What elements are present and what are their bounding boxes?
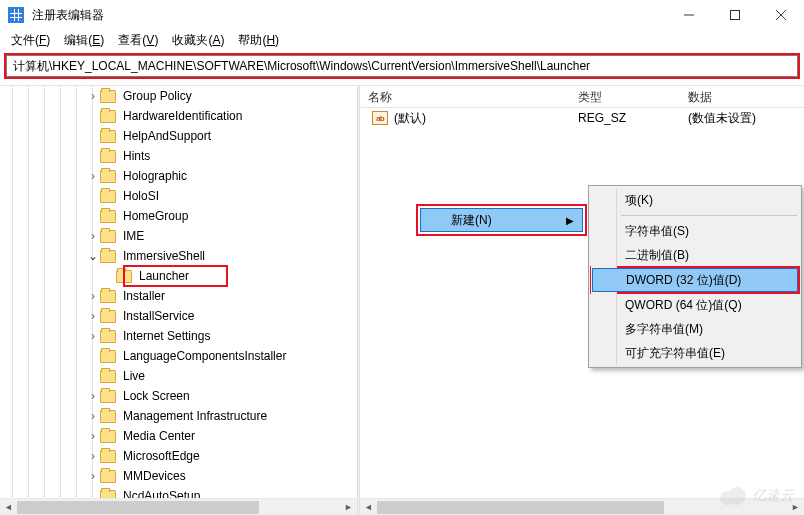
tree-item-label: HelpAndSupport [121,126,213,146]
address-bar-highlight: 计算机\HKEY_LOCAL_MACHINE\SOFTWARE\Microsof… [4,53,800,79]
folder-icon [100,390,116,403]
folder-icon [100,130,116,143]
menu-favorites[interactable]: 收藏夹(A) [165,31,231,50]
folder-icon [100,470,116,483]
tree-item-label: Holographic [121,166,189,186]
expand-toggle[interactable]: › [86,86,100,106]
expand-toggle[interactable]: › [86,286,100,306]
window-title: 注册表编辑器 [32,7,104,24]
tree-item-label: Lock Screen [121,386,192,406]
tree-item-label: HardwareIdentification [121,106,244,126]
tree-item-label: ImmersiveShell [121,246,207,266]
ctx-dword-highlight: DWORD (32 位)值(D) [590,266,800,294]
menu-file[interactable]: 文件(F) [4,31,57,50]
app-icon [8,7,24,23]
expand-toggle[interactable]: › [86,306,100,326]
expand-toggle[interactable]: › [86,386,100,406]
cloud-icon [718,487,748,505]
ctx-item-dword[interactable]: DWORD (32 位)值(D) [592,268,798,292]
folder-icon [100,210,116,223]
expand-toggle[interactable]: › [86,466,100,486]
context-submenu-new: 项(K) 字符串值(S) 二进制值(B) DWORD (32 位)值(D) QW… [588,185,802,368]
tree-item-launcher[interactable]: Launcher [0,266,357,286]
tree-panel[interactable]: ›Group PolicyHardwareIdentificationHelpA… [0,86,357,515]
ctx-item-multistring[interactable]: 多字符串值(M) [591,317,799,341]
tree-item-holosi[interactable]: HoloSI [0,186,357,206]
value-data: (数值未设置) [680,110,804,127]
tree-item-management-infrastructure[interactable]: ›Management Infrastructure [0,406,357,426]
folder-icon [100,410,116,423]
tree-item-helpandsupport[interactable]: HelpAndSupport [0,126,357,146]
folder-icon [100,310,116,323]
tree-item-label: Media Center [121,426,197,446]
address-bar[interactable]: 计算机\HKEY_LOCAL_MACHINE\SOFTWARE\Microsof… [6,55,798,77]
close-button[interactable] [758,0,804,30]
col-name[interactable]: 名称 [360,86,570,107]
folder-icon [100,190,116,203]
tree-item-homegroup[interactable]: HomeGroup [0,206,357,226]
expand-toggle[interactable]: › [86,166,100,186]
tree-item-label: IME [121,226,146,246]
tree-item-live[interactable]: Live [0,366,357,386]
value-row-default[interactable]: ab (默认) REG_SZ (数值未设置) [360,108,804,128]
values-panel[interactable]: 名称 类型 数据 ab (默认) REG_SZ (数值未设置) 新建(N) ▶ [360,86,804,515]
folder-icon [100,330,116,343]
folder-icon [100,370,116,383]
tree-item-ime[interactable]: ›IME [0,226,357,246]
tree-item-immersiveshell[interactable]: ⌄ImmersiveShell [0,246,357,266]
tree-item-label: Launcher [137,266,191,286]
tree-item-label: Group Policy [121,86,194,106]
menu-view[interactable]: 查看(V) [111,31,165,50]
col-data[interactable]: 数据 [680,86,804,107]
ctx-separator [621,215,797,216]
tree-item-languagecomponentsinstaller[interactable]: LanguageComponentsInstaller [0,346,357,366]
tree-item-installservice[interactable]: ›InstallService [0,306,357,326]
tree-item-label: HoloSI [121,186,161,206]
tree-hscrollbar[interactable]: ◄► [0,498,357,515]
value-type: REG_SZ [570,111,680,125]
ctx-item-key[interactable]: 项(K) [591,188,799,212]
menu-help[interactable]: 帮助(H) [231,31,286,50]
folder-icon [100,450,116,463]
watermark: 亿速云 [718,487,794,505]
folder-icon [100,430,116,443]
expand-toggle[interactable]: › [86,446,100,466]
folder-icon [100,110,116,123]
maximize-button[interactable] [712,0,758,30]
menubar: 文件(F) 编辑(E) 查看(V) 收藏夹(A) 帮助(H) [0,30,804,51]
expand-toggle[interactable]: › [86,226,100,246]
context-new-highlight: 新建(N) ▶ [416,204,587,236]
tree-item-microsoftedge[interactable]: ›MicrosoftEdge [0,446,357,466]
tree-item-label: InstallService [121,306,196,326]
tree-item-mmdevices[interactable]: ›MMDevices [0,466,357,486]
titlebar: 注册表编辑器 [0,0,804,30]
tree-item-lock-screen[interactable]: ›Lock Screen [0,386,357,406]
expand-toggle[interactable]: › [86,326,100,346]
ctx-item-string[interactable]: 字符串值(S) [591,219,799,243]
tree-item-hardwareidentification[interactable]: HardwareIdentification [0,106,357,126]
expand-toggle[interactable]: ⌄ [86,246,100,266]
tree-item-media-center[interactable]: ›Media Center [0,426,357,446]
string-value-icon: ab [372,111,388,125]
list-header: 名称 类型 数据 [360,86,804,108]
expand-toggle[interactable]: › [86,426,100,446]
minimize-button[interactable] [666,0,712,30]
tree-item-holographic[interactable]: ›Holographic [0,166,357,186]
ctx-item-qword[interactable]: QWORD (64 位)值(Q) [591,293,799,317]
tree-item-label: HomeGroup [121,206,190,226]
folder-icon [100,290,116,303]
folder-icon [100,350,116,363]
tree-item-group-policy[interactable]: ›Group Policy [0,86,357,106]
value-name: (默认) [394,110,426,127]
tree-item-internet-settings[interactable]: ›Internet Settings [0,326,357,346]
tree-item-installer[interactable]: ›Installer [0,286,357,306]
tree-item-hints[interactable]: Hints [0,146,357,166]
expand-toggle[interactable]: › [86,406,100,426]
submenu-arrow-icon: ▶ [566,215,574,226]
context-menu-new[interactable]: 新建(N) ▶ [420,208,583,232]
tree-item-label: Live [121,366,147,386]
ctx-item-expandstring[interactable]: 可扩充字符串值(E) [591,341,799,365]
menu-edit[interactable]: 编辑(E) [57,31,111,50]
ctx-item-binary[interactable]: 二进制值(B) [591,243,799,267]
col-type[interactable]: 类型 [570,86,680,107]
